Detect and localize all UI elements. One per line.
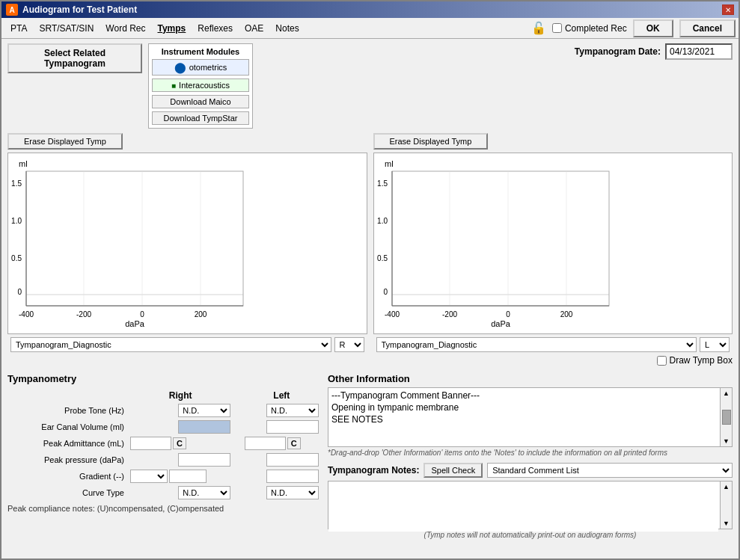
close-button[interactable]: ✕: [722, 4, 734, 15]
svg-text:-400: -400: [19, 310, 34, 319]
ear-canal-volume-label: Ear Canal Volume (ml): [7, 419, 127, 435]
otometrics-button[interactable]: ⬤ otometrics: [152, 59, 249, 76]
notes-scrollbar-up-arrow[interactable]: ▲: [723, 483, 730, 490]
select-related-tymp-button[interactable]: Select Related Tympanogram: [7, 43, 142, 73]
tymp-date-label: Tympanogram Date:: [575, 46, 661, 57]
probe-tone-row: Probe Tone (Hz) N.D. N.D.: [7, 402, 322, 419]
svg-text:0.5: 0.5: [11, 254, 22, 262]
peak-pressure-left-input[interactable]: [266, 453, 319, 467]
right-col-header: Right: [127, 389, 233, 402]
left-chart-container: Erase Displayed Tymp ml 1.5 1.0 0.5 0: [7, 133, 367, 366]
comment-banner-line1: ---Tympanogram Comment Banner---: [330, 390, 718, 401]
svg-text:0: 0: [506, 310, 510, 319]
left-side-select[interactable]: R: [334, 337, 364, 352]
menu-pta[interactable]: PTA: [4, 20, 33, 37]
instrument-modules-panel: Instrument Modules ⬤ otometrics ■ Intera…: [148, 43, 253, 129]
scrollbar-thumb[interactable]: [722, 410, 731, 425]
right-chart-svg: ml 1.5 1.0 0.5 0: [377, 156, 730, 328]
draw-tymp-box-checkbox[interactable]: [657, 356, 667, 366]
title-bar: A Audiogram for Test Patient ✕: [1, 1, 739, 18]
menu-wordrec[interactable]: Word Rec: [100, 20, 151, 37]
gradient-left-input[interactable]: [266, 470, 319, 483]
menu-oae[interactable]: OAE: [239, 20, 269, 37]
ok-button[interactable]: OK: [633, 19, 673, 37]
menu-notes[interactable]: Notes: [269, 20, 305, 37]
svg-text:0: 0: [17, 288, 22, 296]
peak-notes: Peak compliance notes: (U)ncompensated, …: [7, 504, 322, 513]
tymp-notes-textarea[interactable]: [328, 484, 718, 532]
peak-admittance-right-input[interactable]: [130, 437, 171, 450]
curve-type-right-select[interactable]: N.D.: [178, 486, 230, 499]
tymp-notes-row: Tympanogram Notes: Spell Check Standard …: [328, 463, 733, 478]
probe-tone-left-select[interactable]: N.D.: [266, 404, 319, 417]
ear-canal-volume-row: Ear Canal Volume (ml): [7, 419, 322, 435]
lock-icon: 🔓: [531, 21, 546, 35]
left-tymp-select[interactable]: Tympanogram_Diagnostic: [10, 337, 331, 352]
menu-srt[interactable]: SRT/SAT/SIN: [33, 20, 100, 37]
right-side-select[interactable]: L: [700, 337, 730, 352]
left-col-header: Left: [242, 389, 322, 402]
completed-rec-checkbox[interactable]: [552, 23, 562, 33]
peak-pressure-right-input[interactable]: [178, 453, 230, 467]
svg-text:0: 0: [140, 310, 144, 319]
std-comment-select[interactable]: Standard Comment List: [487, 463, 733, 478]
svg-text:200: 200: [560, 310, 572, 319]
scrollbar-up-arrow[interactable]: ▲: [723, 390, 730, 397]
right-tymp-select[interactable]: Tympanogram_Diagnostic: [376, 337, 697, 352]
erase-right-button[interactable]: Erase Displayed Tymp: [373, 133, 489, 150]
download-maico-label: Download Maico: [170, 97, 230, 106]
instrument-modules-title: Instrument Modules: [162, 47, 240, 56]
cancel-button[interactable]: Cancel: [679, 19, 736, 37]
probe-tone-right-select[interactable]: N.D.: [178, 404, 230, 417]
download-tympstar-label: Download TympStar: [164, 114, 238, 123]
tympanometry-panel: Tympanometry Right Left Probe Tone (Hz): [7, 373, 322, 554]
tymp-notes-label: Tympanogram Notes:: [328, 465, 419, 476]
app-icon: A: [6, 4, 18, 16]
gradient-right-input[interactable]: [169, 470, 207, 483]
spell-check-button[interactable]: Spell Check: [423, 463, 483, 478]
window-title: Audiogram for Test Patient: [22, 4, 137, 15]
erase-left-button[interactable]: Erase Displayed Tymp: [7, 133, 123, 150]
download-tympstar-button[interactable]: Download TympStar: [152, 111, 249, 125]
svg-rect-22: [392, 171, 609, 306]
drag-drop-note: *Drag-and-drop 'Other Information' items…: [328, 449, 733, 457]
download-maico-button[interactable]: Download Maico: [152, 95, 249, 108]
other-info-title: Other Information: [328, 373, 733, 384]
notes-scrollbar-down-arrow[interactable]: ▼: [723, 520, 730, 527]
svg-text:daPa: daPa: [491, 319, 511, 328]
tympanometry-title: Tympanometry: [7, 373, 322, 384]
menu-bar: PTA SRT/SAT/SIN Word Rec Tymps Reflexes …: [1, 18, 739, 39]
svg-text:1.0: 1.0: [11, 217, 22, 225]
peak-admittance-left-c-button[interactable]: C: [287, 437, 301, 449]
peak-pressure-row: Peak pressure (daPa): [7, 452, 322, 468]
svg-text:-400: -400: [384, 310, 399, 319]
menu-reflexes[interactable]: Reflexes: [192, 20, 239, 37]
scrollbar-down-arrow[interactable]: ▼: [723, 437, 730, 445]
ear-canal-left-input[interactable]: [266, 420, 319, 434]
interacoustics-button[interactable]: ■ Interacoustics: [152, 79, 249, 92]
svg-rect-5: [26, 171, 243, 306]
svg-text:1.5: 1.5: [11, 179, 22, 188]
gradient-row: Gradient (--): [7, 468, 322, 484]
tympanogram-date-container: Tympanogram Date:: [575, 43, 733, 60]
peak-admittance-right-c-button[interactable]: C: [173, 437, 186, 449]
left-dropdown-row: Tympanogram_Diagnostic R: [7, 337, 367, 352]
curve-type-row: Curve Type N.D. N.D.: [7, 484, 322, 501]
svg-text:0: 0: [383, 288, 388, 296]
peak-pressure-label: Peak pressure (daPa): [7, 452, 127, 468]
completed-rec-container: Completed Rec: [552, 23, 627, 34]
right-dropdown-row: Tympanogram_Diagnostic L: [373, 337, 733, 352]
completed-rec-label: Completed Rec: [565, 23, 627, 34]
right-chart-container: Erase Displayed Tymp ml 1.5 1.0 0.5 0: [373, 133, 733, 366]
print-note: (Tymp notes will not automatically print…: [328, 531, 733, 539]
menu-tymps[interactable]: Tymps: [152, 20, 192, 37]
svg-text:1.0: 1.0: [377, 217, 388, 225]
svg-text:-200: -200: [441, 310, 456, 319]
tymp-date-input[interactable]: [665, 43, 733, 60]
other-info-panel: Other Information ---Tympanogram Comment…: [328, 373, 733, 554]
ear-canal-right-input[interactable]: [178, 420, 230, 434]
peak-admittance-left-input[interactable]: [245, 437, 286, 450]
gradient-right-select[interactable]: [130, 470, 168, 483]
curve-type-left-select[interactable]: N.D.: [266, 486, 319, 499]
svg-text:ml: ml: [385, 159, 394, 168]
